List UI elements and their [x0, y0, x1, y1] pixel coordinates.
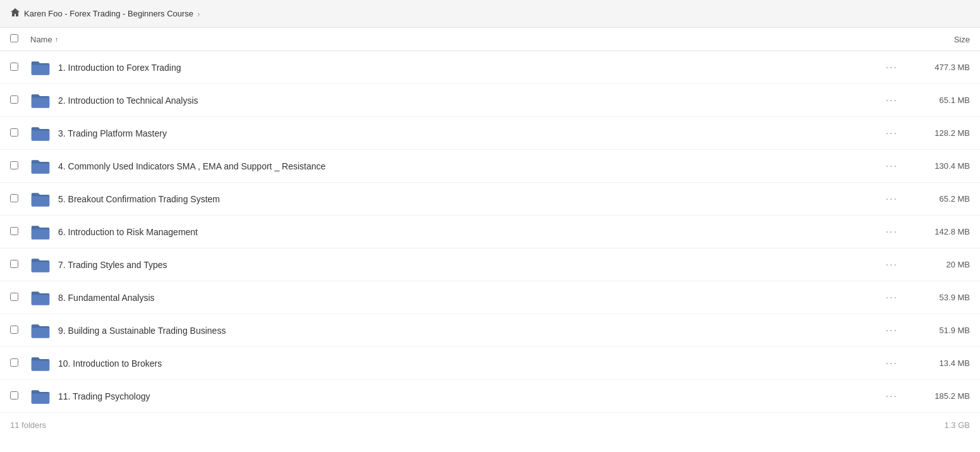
row-checkbox[interactable]: [10, 194, 18, 202]
table-row[interactable]: 7. Trading Styles and Types ··· 20 MB: [0, 248, 980, 281]
table-row[interactable]: 6. Introduction to Risk Management ··· 1…: [0, 216, 980, 248]
table-row[interactable]: 11. Trading Psychology ··· 185.2 MB: [0, 380, 980, 413]
row-checkbox[interactable]: [10, 227, 18, 235]
select-all-checkbox[interactable]: [10, 34, 18, 42]
more-options-button[interactable]: ···: [881, 92, 903, 109]
table-row[interactable]: 8. Fundamental Analysis ··· 53.9 MB: [0, 281, 980, 314]
more-options-button[interactable]: ···: [881, 257, 903, 273]
file-size: 13.4 MB: [913, 358, 970, 368]
folder-icon: [30, 223, 51, 241]
file-name: 1. Introduction to Forex Trading: [58, 63, 881, 73]
file-name: 2. Introduction to Technical Analysis: [58, 95, 881, 106]
file-name: 11. Trading Psychology: [58, 391, 881, 401]
table-header: Name ↑ Size: [0, 28, 980, 51]
row-checkbox[interactable]: [10, 63, 18, 71]
total-size: 1.3 GB: [945, 420, 970, 430]
file-size: 142.8 MB: [913, 227, 970, 236]
folder-icon: [30, 59, 51, 76]
size-column-header: Size: [894, 35, 970, 44]
file-size: 185.2 MB: [913, 391, 970, 401]
table-row[interactable]: 3. Trading Platform Mastery ··· 128.2 MB: [0, 117, 980, 150]
table-row[interactable]: 9. Building a Sustainable Trading Busine…: [0, 314, 980, 347]
folder-icon: [30, 92, 51, 109]
file-size: 20 MB: [913, 260, 970, 269]
folder-icon: [30, 322, 51, 339]
more-options-button[interactable]: ···: [881, 224, 903, 240]
more-options-button[interactable]: ···: [881, 290, 903, 306]
folder-icon: [30, 355, 51, 372]
more-options-button[interactable]: ···: [881, 158, 903, 174]
folder-icon: [30, 256, 51, 274]
table-row[interactable]: 1. Introduction to Forex Trading ··· 477…: [0, 51, 980, 84]
more-options-button[interactable]: ···: [881, 388, 903, 405]
folder-count: 11 folders: [10, 420, 46, 430]
more-options-button[interactable]: ···: [881, 59, 903, 76]
folder-icon: [30, 157, 51, 175]
folder-icon: [30, 190, 51, 208]
row-checkbox[interactable]: [10, 326, 18, 334]
table-row[interactable]: 2. Introduction to Technical Analysis ··…: [0, 84, 980, 117]
sort-arrow-icon: ↑: [55, 35, 59, 43]
file-name: 8. Fundamental Analysis: [58, 293, 881, 303]
folder-icon: [30, 289, 51, 307]
file-name: 6. Introduction to Risk Management: [58, 227, 881, 237]
table-row[interactable]: 5. Breakout Confirmation Trading System …: [0, 183, 980, 216]
row-checkbox[interactable]: [10, 358, 18, 367]
file-size: 51.9 MB: [913, 326, 970, 335]
row-checkbox[interactable]: [10, 391, 18, 400]
file-size: 65.2 MB: [913, 194, 970, 204]
footer-bar: 11 folders 1.3 GB: [0, 413, 980, 437]
file-name: 3. Trading Platform Mastery: [58, 128, 881, 138]
breadcrumb: Karen Foo - Forex Trading - Beginners Co…: [0, 0, 980, 28]
file-name: 5. Breakout Confirmation Trading System: [58, 194, 881, 204]
row-checkbox[interactable]: [10, 293, 18, 301]
home-icon: [10, 8, 20, 20]
file-name: 7. Trading Styles and Types: [58, 260, 881, 270]
file-size: 130.4 MB: [913, 161, 970, 171]
row-checkbox[interactable]: [10, 161, 18, 169]
file-size: 53.9 MB: [913, 293, 970, 302]
file-size: 477.3 MB: [913, 63, 970, 72]
row-checkbox[interactable]: [10, 95, 18, 104]
more-options-button[interactable]: ···: [881, 322, 903, 339]
more-options-button[interactable]: ···: [881, 125, 903, 142]
more-options-button[interactable]: ···: [881, 191, 903, 207]
more-options-button[interactable]: ···: [881, 355, 903, 372]
breadcrumb-chevron: ›: [197, 9, 200, 19]
file-name: 9. Building a Sustainable Trading Busine…: [58, 326, 881, 336]
file-list: 1. Introduction to Forex Trading ··· 477…: [0, 51, 980, 413]
row-checkbox[interactable]: [10, 260, 18, 268]
row-checkbox[interactable]: [10, 128, 18, 137]
file-size: 65.1 MB: [913, 95, 970, 105]
file-size: 128.2 MB: [913, 128, 970, 138]
file-name: 4. Commonly Used Indicators SMA , EMA an…: [58, 161, 881, 171]
file-name: 10. Introduction to Brokers: [58, 358, 881, 369]
folder-icon: [30, 125, 51, 142]
table-row[interactable]: 4. Commonly Used Indicators SMA , EMA an…: [0, 150, 980, 183]
name-column-header[interactable]: Name ↑: [30, 35, 894, 44]
folder-icon: [30, 388, 51, 405]
breadcrumb-title[interactable]: Karen Foo - Forex Trading - Beginners Co…: [24, 9, 193, 18]
table-row[interactable]: 10. Introduction to Brokers ··· 13.4 MB: [0, 347, 980, 380]
